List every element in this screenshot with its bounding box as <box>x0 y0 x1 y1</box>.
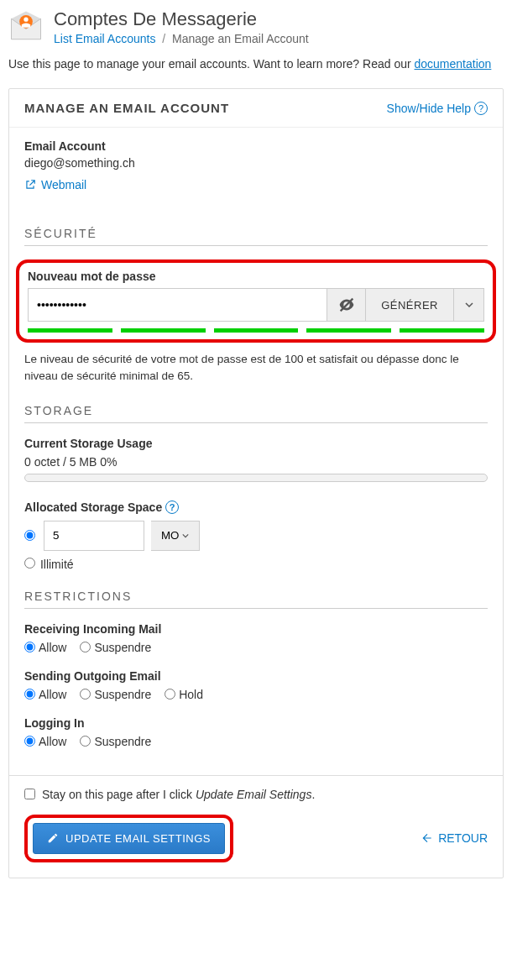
question-icon: ? <box>474 102 488 115</box>
toggle-password-visibility-button[interactable] <box>327 288 366 322</box>
eye-off-icon <box>337 296 356 314</box>
panel-header: MANAGE AN EMAIL ACCOUNT Show/Hide Help ? <box>9 89 503 128</box>
page-header: Comptes De Messagerie List Email Account… <box>8 8 504 45</box>
storage-progress-bar <box>24 474 488 482</box>
breadcrumb-current: Manage an Email Account <box>172 32 309 45</box>
login-label: Logging In <box>24 716 488 730</box>
breadcrumb-list-link[interactable]: List Email Accounts <box>54 32 155 45</box>
password-strength-bar <box>28 328 484 333</box>
incoming-suspend-option[interactable]: Suspendre <box>80 641 151 654</box>
generate-password-button[interactable]: GÉNÉRER <box>366 288 454 322</box>
incoming-mail-label: Receiving Incoming Mail <box>24 622 488 636</box>
allocated-storage-label: Allocated Storage Space ? <box>24 500 488 514</box>
password-highlight-box: Nouveau mot de passe GÉNÉRER <box>16 259 496 343</box>
allocated-unit-dropdown[interactable]: MO <box>151 521 200 551</box>
help-toggle-link[interactable]: Show/Hide Help ? <box>387 102 488 115</box>
question-icon: ? <box>165 500 179 514</box>
outgoing-hold-option[interactable]: Hold <box>165 688 203 701</box>
panel-title: MANAGE AN EMAIL ACCOUNT <box>24 101 229 115</box>
storage-section-title: STORAGE <box>24 394 488 423</box>
allocated-unlimited-radio[interactable] <box>24 558 35 569</box>
outgoing-allow-option[interactable]: Allow <box>24 688 66 701</box>
security-section-title: SÉCURITÉ <box>24 217 488 246</box>
stay-on-page-checkbox[interactable] <box>24 789 35 799</box>
outgoing-mail-label: Sending Outgoing Email <box>24 669 488 683</box>
caret-down-icon <box>182 532 189 539</box>
email-accounts-icon <box>8 8 44 44</box>
panel-footer: Stay on this page after I click Update E… <box>9 775 503 878</box>
restrictions-section-title: RESTRICTIONS <box>24 579 488 609</box>
back-link[interactable]: RETOUR <box>421 831 488 845</box>
generate-options-dropdown[interactable] <box>454 288 484 322</box>
storage-usage-label: Current Storage Usage <box>24 437 488 450</box>
breadcrumb: List Email Accounts / Manage an Email Ac… <box>54 32 309 45</box>
allocated-finite-radio[interactable] <box>24 530 35 541</box>
update-email-settings-button[interactable]: UPDATE EMAIL SETTINGS <box>33 823 225 854</box>
pencil-icon <box>47 832 59 844</box>
login-suspend-option[interactable]: Suspendre <box>80 735 151 748</box>
password-strength-text: Le niveau de sécurité de votre mot de pa… <box>24 351 488 385</box>
outgoing-suspend-option[interactable]: Suspendre <box>80 688 151 701</box>
email-account-value: diego@something.ch <box>24 156 488 170</box>
allocated-unlimited-option[interactable]: Illimité <box>24 558 74 571</box>
incoming-allow-option[interactable]: Allow <box>24 641 66 654</box>
password-input[interactable] <box>28 288 327 322</box>
documentation-link[interactable]: documentation <box>415 57 492 71</box>
stay-on-page-label: Stay on this page after I click Update E… <box>42 788 315 801</box>
breadcrumb-separator: / <box>162 32 165 45</box>
password-label: Nouveau mot de passe <box>28 270 484 283</box>
manage-panel: MANAGE AN EMAIL ACCOUNT Show/Hide Help ?… <box>8 88 504 878</box>
submit-highlight-box: UPDATE EMAIL SETTINGS <box>24 815 233 862</box>
webmail-link[interactable]: Webmail <box>24 178 86 191</box>
page-title: Comptes De Messagerie <box>54 8 309 30</box>
external-link-icon <box>24 179 36 191</box>
arrow-left-icon <box>421 832 433 844</box>
email-account-label: Email Account <box>24 139 488 153</box>
intro-text: Use this page to manage your email accou… <box>8 55 504 73</box>
caret-down-icon <box>465 301 473 309</box>
storage-usage-value: 0 octet / 5 MB 0% <box>24 455 488 469</box>
svg-point-3 <box>24 18 28 22</box>
login-allow-option[interactable]: Allow <box>24 735 66 748</box>
allocated-size-input[interactable] <box>44 521 144 551</box>
